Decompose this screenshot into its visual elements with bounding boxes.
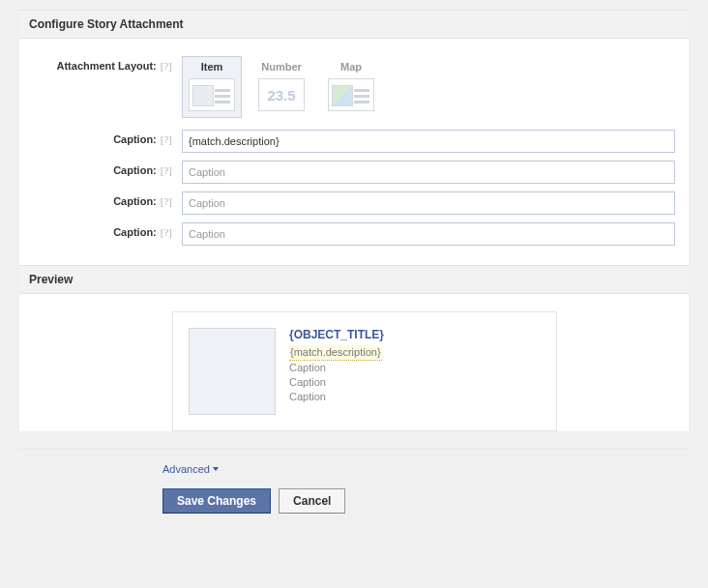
advanced-link[interactable]: Advanced [162,463,219,475]
preview-line-1: {match.description} [289,345,384,361]
label-attachment-layout-text: Attachment Layout: [57,60,157,72]
number-layout-icon: 23.5 [258,78,305,111]
layout-tile-item-label: Item [183,61,241,73]
caption-input-4[interactable] [182,222,675,246]
layout-tile-map-label: Map [322,61,380,73]
layout-tiles: Item Number 23.5 Map [182,56,679,118]
label-caption-4-text: Caption: [113,226,157,238]
label-caption-3-text: Caption: [113,195,157,207]
preview-thumbnail [189,328,276,415]
save-button[interactable]: Save Changes [162,488,271,514]
item-layout-icon [189,78,235,111]
advanced-link-text: Advanced [162,463,210,475]
layout-tile-number[interactable]: Number 23.5 [251,56,311,118]
label-caption-4: Caption: [?] [29,222,172,238]
layout-tile-number-label: Number [252,61,310,73]
row-caption-4: Caption: [?] [29,222,679,246]
caption-input-2[interactable] [182,161,675,184]
map-layout-icon [328,78,374,111]
row-attachment-layout: Attachment Layout: [?] Item Number 23.5 [29,56,679,118]
label-caption-1-text: Caption: [113,133,157,145]
preview-line-4: Caption [289,390,384,404]
row-caption-2: Caption: [?] [29,161,679,184]
layout-tile-map[interactable]: Map [321,56,381,118]
cancel-button[interactable]: Cancel [279,488,345,514]
label-caption-1: Caption: [?] [29,130,172,145]
chevron-down-icon [213,467,219,471]
label-caption-2: Caption: [?] [29,161,172,176]
caption-input-1[interactable] [182,130,675,153]
help-icon[interactable]: [?] [161,60,172,72]
help-icon[interactable]: [?] [161,195,172,207]
help-icon[interactable]: [?] [161,226,172,238]
preview-line-2: Caption [289,361,384,375]
preview-line-1-text: {match.description} [289,345,382,361]
label-caption-2-text: Caption: [113,164,157,176]
label-attachment-layout: Attachment Layout: [?] [29,56,172,72]
layout-tile-item[interactable]: Item [182,56,242,118]
section-header-preview: Preview [19,265,689,294]
help-icon[interactable]: [?] [161,133,172,145]
row-caption-1: Caption: [?] [29,130,679,153]
row-caption-3: Caption: [?] [29,191,679,215]
caption-input-3[interactable] [182,191,675,215]
preview-line-3: Caption [289,375,384,390]
section-header-configure: Configure Story Attachment [19,10,689,39]
preview-box: {OBJECT_TITLE} {match.description} Capti… [172,311,557,431]
help-icon[interactable]: [?] [161,164,172,176]
label-caption-3: Caption: [?] [29,191,172,207]
preview-object-title: {OBJECT_TITLE} [289,328,384,341]
divider [19,449,689,450]
